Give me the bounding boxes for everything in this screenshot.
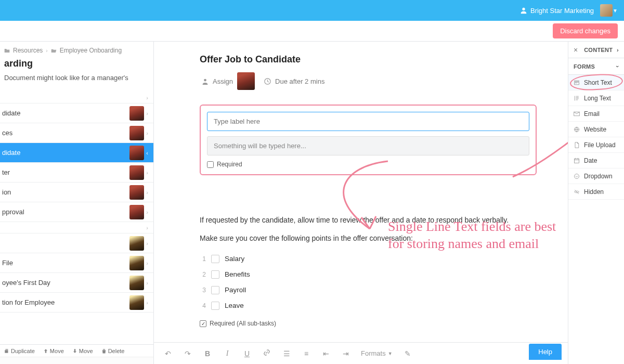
form-type-long-text[interactable]: Long Text (568, 90, 624, 106)
task-row[interactable]: ter› (0, 163, 153, 183)
task-label: File (0, 259, 129, 267)
task-row[interactable]: › (0, 233, 153, 253)
chevron-right-icon: › (146, 189, 148, 196)
chevron-down-icon: › (615, 66, 621, 68)
discard-changes-button[interactable]: Discard changes (553, 23, 618, 38)
subtask-label: Benefits (225, 269, 250, 280)
redo-button[interactable]: ↷ (183, 349, 192, 358)
required-checkbox[interactable] (207, 161, 214, 168)
delete-button[interactable]: Delete (97, 348, 129, 354)
svg-rect-3 (575, 159, 579, 163)
subtask-checkbox[interactable] (211, 286, 219, 294)
long-text-icon (574, 95, 580, 101)
task-row[interactable]: didate‹ (0, 143, 153, 163)
task-row[interactable]: tion for Employee› (0, 293, 153, 313)
italic-button[interactable]: I (223, 349, 232, 358)
task-label: oyee's First Day (0, 279, 129, 287)
form-type-email[interactable]: Email (568, 106, 624, 122)
assignee-avatar (129, 236, 144, 251)
bold-button[interactable]: B (203, 349, 212, 358)
assignee-avatar (129, 256, 144, 270)
due-control[interactable]: Due after 2 mins (264, 77, 324, 85)
svg-point-4 (575, 174, 579, 178)
task-row[interactable]: oyee's First Day› (0, 273, 153, 293)
subtask-row[interactable]: 4Leave (200, 298, 537, 314)
task-title[interactable]: Offer Job to Candidate (200, 54, 537, 65)
subtask-number: 2 (200, 270, 206, 279)
subtask-label: Salary (225, 254, 244, 264)
sidebar-footer-spacer (0, 357, 153, 364)
subtask-checkbox[interactable] (211, 255, 219, 263)
subtask-checklist: 1Salary2Benefits3Payroll4Leave (200, 251, 537, 314)
field-required-toggle[interactable]: Required (207, 161, 529, 168)
task-row[interactable]: ces› (0, 123, 153, 143)
undo-button[interactable]: ↶ (163, 349, 173, 358)
duplicate-button[interactable]: Duplicate (0, 348, 39, 354)
subtask-required-toggle[interactable]: ✓ Required (All sub-tasks) (200, 319, 537, 328)
org-switcher[interactable]: Bright Star Marketing (520, 7, 594, 15)
chevron-right-icon: › (146, 130, 148, 136)
task-row[interactable]: File› (0, 253, 153, 273)
task-row[interactable]: ion› (0, 183, 153, 202)
subtask-label: Payroll (225, 285, 246, 295)
help-button[interactable]: Help (529, 344, 562, 360)
website-icon (574, 126, 580, 133)
field-label-input[interactable] (207, 112, 529, 131)
task-meta: Assign Due after 2 mins (200, 72, 537, 90)
email-icon (574, 111, 580, 117)
link-button[interactable] (262, 349, 271, 358)
numbered-list-button[interactable]: ≡ (302, 349, 311, 358)
move-up-button[interactable]: Move (39, 348, 68, 354)
form-type-dropdown[interactable]: Dropdown (568, 168, 624, 184)
underline-button[interactable]: U (242, 349, 252, 358)
move-down-button[interactable]: Move (68, 348, 97, 354)
rich-text-toolbar: ↶ ↷ B I U ☰ ≡ ⇤ ⇥ Formats ▼ ✎ (154, 342, 568, 364)
assignee-avatar (129, 106, 144, 121)
task-row[interactable]: didate› (0, 103, 153, 123)
chevron-right-icon: › (146, 240, 148, 246)
trash-icon (101, 348, 107, 354)
task-label: pproval (0, 208, 129, 216)
content-section-toggle[interactable]: × CONTENT › (568, 42, 624, 58)
chevron-right-icon: › (146, 260, 148, 266)
task-row[interactable]: pproval› (0, 202, 153, 222)
assignee-avatar (129, 185, 144, 200)
form-type-file-upload[interactable]: File Upload (568, 137, 624, 153)
breadcrumb-level-2[interactable]: Employee Onboarding (60, 47, 122, 54)
form-type-hidden[interactable]: Hidden (568, 184, 624, 200)
breadcrumb-level-1[interactable]: Resources (13, 47, 43, 54)
task-label: ces (0, 129, 129, 137)
bullet-list-button[interactable]: ☰ (282, 349, 291, 358)
subtask-row[interactable]: 1Salary (200, 251, 537, 267)
chevron-right-icon: › (146, 110, 148, 116)
subtask-checkbox[interactable] (211, 302, 219, 310)
subtask-checkbox[interactable] (211, 270, 219, 279)
form-type-date[interactable]: Date (568, 153, 624, 168)
folder-open-icon (51, 48, 57, 54)
task-body[interactable]: If requested by the candidate, allow tim… (200, 215, 537, 328)
formats-dropdown[interactable]: Formats ▼ (361, 349, 393, 357)
arrow-up-icon (43, 348, 48, 354)
template-title: arding (0, 56, 153, 73)
user-avatar[interactable] (600, 4, 613, 17)
indent-button[interactable]: ⇥ (341, 349, 350, 358)
form-type-website[interactable]: Website (568, 122, 624, 137)
copy-icon (4, 348, 9, 354)
forms-section-toggle[interactable]: FORMS › (568, 58, 624, 75)
field-preview-input[interactable]: Something will be typed here... (207, 136, 529, 155)
user-menu-caret[interactable]: ▼ (613, 8, 618, 14)
assignee-avatar (129, 295, 144, 310)
task-row[interactable]: › (0, 92, 153, 103)
task-row[interactable]: › (0, 222, 153, 233)
chevron-right-icon: › (617, 47, 619, 53)
task-label: tion for Employee (0, 298, 129, 306)
group-icon (520, 7, 527, 14)
subtask-row[interactable]: 3Payroll (200, 282, 537, 298)
outdent-button[interactable]: ⇤ (321, 349, 331, 358)
subtask-row[interactable]: 2Benefits (200, 267, 537, 282)
clear-format-button[interactable]: ✎ (403, 349, 412, 358)
assign-control[interactable]: Assign (202, 72, 255, 90)
close-icon[interactable]: × (574, 46, 578, 54)
assignee-avatar (129, 205, 144, 219)
form-type-short-text[interactable]: Short Text (568, 75, 624, 90)
